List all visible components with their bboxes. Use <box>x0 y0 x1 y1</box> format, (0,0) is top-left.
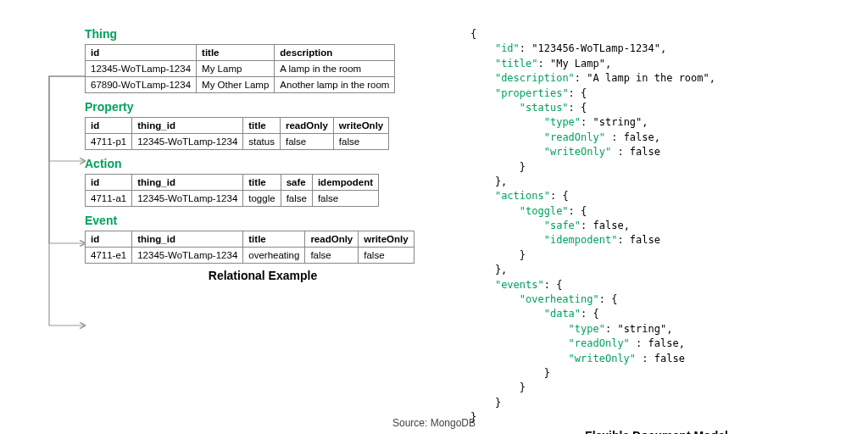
table-row: 4711-a112345-WoTLamp-1234togglefalsefals… <box>86 191 379 207</box>
table-cell: Another lamp in the room <box>275 77 395 93</box>
table-cell: false <box>359 248 414 264</box>
thing-table: idtitledescription12345-WoTLamp-1234My L… <box>85 44 395 93</box>
column-header: readOnly <box>305 231 359 248</box>
property-title: Property <box>85 100 441 114</box>
column-header: title <box>243 231 305 248</box>
table-cell: false <box>280 134 333 150</box>
table-cell: 12345-WoTLamp-1234 <box>132 134 243 150</box>
table-row: 67890-WoTLamp-1234My Other LampAnother l… <box>86 77 395 93</box>
table-row: 4711-e112345-WoTLamp-1234overheatingfals… <box>86 248 415 264</box>
column-header: thing_id <box>132 175 243 191</box>
table-cell: false <box>333 134 388 150</box>
relation-arrows <box>42 53 89 409</box>
column-header: title <box>243 118 281 134</box>
column-header: writeOnly <box>333 118 388 134</box>
column-header: id <box>86 175 132 191</box>
action-table: idthing_idtitlesafeidempodent4711-a11234… <box>85 174 379 207</box>
table-cell: false <box>305 248 359 264</box>
thing-title: Thing <box>85 27 441 41</box>
table-cell: 4711-e1 <box>86 248 132 264</box>
column-header: description <box>275 45 395 61</box>
column-header: thing_id <box>132 231 243 248</box>
table-cell: 4711-a1 <box>86 191 132 207</box>
relational-caption: Relational Example <box>85 269 441 282</box>
column-header: id <box>86 118 132 134</box>
column-header: id <box>86 45 197 61</box>
event-table: idthing_idtitlereadOnlywriteOnly4711-e11… <box>85 231 415 264</box>
table-cell: 12345-WoTLamp-1234 <box>86 61 197 77</box>
table-cell: status <box>243 134 281 150</box>
table-cell: 67890-WoTLamp-1234 <box>86 77 197 93</box>
document-panel: { "id": "123456-WoTLamp-1234", "title": … <box>441 20 843 424</box>
document-caption: Flexible Document Model <box>470 429 843 434</box>
table-cell: overheating <box>243 248 305 264</box>
table-cell: 4711-p1 <box>86 134 132 150</box>
column-header: readOnly <box>280 118 333 134</box>
table-cell: false <box>312 191 378 207</box>
column-header: id <box>86 231 132 248</box>
source-label: Source: MongoDB <box>392 417 476 429</box>
column-header: writeOnly <box>359 231 414 248</box>
json-document: { "id": "123456-WoTLamp-1234", "title": … <box>470 27 843 426</box>
table-cell: My Other Lamp <box>197 77 275 93</box>
table-cell: 12345-WoTLamp-1234 <box>132 191 243 207</box>
table-cell: false <box>281 191 312 207</box>
event-title: Event <box>85 214 441 227</box>
relational-panel: Thing idtitledescription12345-WoTLamp-12… <box>25 20 441 424</box>
column-header: title <box>197 45 275 61</box>
table-cell: toggle <box>243 191 281 207</box>
table-cell: 12345-WoTLamp-1234 <box>132 248 243 264</box>
column-header: title <box>243 175 281 191</box>
column-header: thing_id <box>132 118 243 134</box>
column-header: idempodent <box>312 175 378 191</box>
action-title: Action <box>85 157 441 170</box>
table-row: 4711-p112345-WoTLamp-1234statusfalsefals… <box>86 134 389 150</box>
property-table: idthing_idtitlereadOnlywriteOnly4711-p11… <box>85 117 389 150</box>
table-cell: My Lamp <box>197 61 275 77</box>
column-header: safe <box>281 175 312 191</box>
table-row: 12345-WoTLamp-1234My LampA lamp in the r… <box>86 61 395 77</box>
table-cell: A lamp in the room <box>275 61 395 77</box>
